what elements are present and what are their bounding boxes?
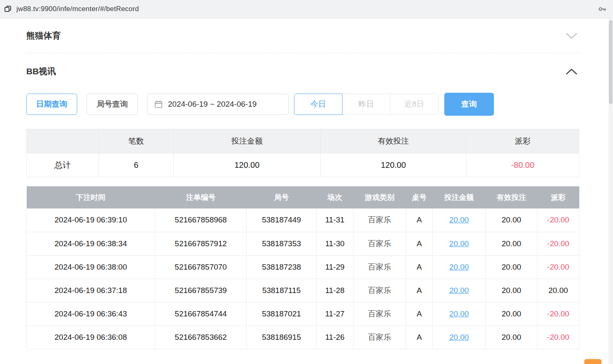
header-bet-time: 下注时间 bbox=[27, 186, 155, 208]
date-range-input[interactable]: 2024-06-19 ~ 2024-06-19 bbox=[147, 94, 289, 115]
bet-time: 2024-06-19 06:38:00 bbox=[27, 255, 155, 279]
round-id: 538187021 bbox=[247, 302, 317, 325]
order-id: 521667854744 bbox=[155, 302, 247, 325]
panda-sports-header[interactable]: 熊猫体育 bbox=[26, 18, 579, 53]
summary-valid-bet: 120.00 bbox=[321, 153, 466, 177]
date-range-value: 2024-06-19 ~ 2024-06-19 bbox=[168, 100, 257, 109]
bet-amount-link[interactable]: 20.00 bbox=[449, 215, 469, 224]
key-icon[interactable] bbox=[597, 4, 607, 14]
payout-cell: 20.00 bbox=[537, 279, 579, 302]
order-id: 521667857070 bbox=[155, 255, 247, 279]
game-type: 百家乐 bbox=[354, 255, 406, 279]
bb-video-title: BB视讯 bbox=[26, 66, 56, 77]
floating-button[interactable] bbox=[584, 359, 602, 364]
round-id: 538187449 bbox=[247, 208, 317, 232]
today-button[interactable]: 今日 bbox=[294, 94, 342, 115]
table-row: 2024-06-19 06:39:10 521667858968 5381874… bbox=[27, 208, 579, 232]
table-row: 2024-06-19 06:38:34 521667857912 5381873… bbox=[27, 232, 579, 255]
order-id: 521667855739 bbox=[155, 279, 247, 302]
yesterday-button[interactable]: 昨日 bbox=[342, 94, 390, 115]
valid-bet: 20.00 bbox=[486, 232, 537, 255]
bet-record-page: 熊猫体育 BB视讯 日期查询 局号查询 bbox=[0, 18, 613, 349]
bet-amount-link[interactable]: 20.00 bbox=[449, 286, 469, 295]
site-icon[interactable] bbox=[3, 5, 12, 14]
address-bar-url[interactable]: jw88.tv:9900/infe/mcenter/#/betRecord bbox=[16, 5, 139, 13]
summary-header-row: 笔数 投注金额 有效投注 派彩 bbox=[27, 129, 579, 153]
bet-amount-link[interactable]: 20.00 bbox=[449, 263, 469, 271]
calendar-icon bbox=[154, 100, 163, 109]
valid-bet: 20.00 bbox=[486, 279, 537, 302]
header-payout: 派彩 bbox=[537, 186, 579, 208]
game-type: 百家乐 bbox=[354, 325, 406, 349]
table-row: 2024-06-19 06:38:00 521667857070 5381872… bbox=[27, 255, 579, 279]
session: 11-30 bbox=[317, 232, 354, 255]
summary-header-bet-amount: 投注金额 bbox=[174, 129, 321, 153]
order-id: 521667857912 bbox=[155, 232, 247, 255]
scrollbar-thumb[interactable] bbox=[609, 20, 613, 104]
bet-time: 2024-06-19 06:39:10 bbox=[27, 208, 155, 232]
payout-cell: -20.00 bbox=[537, 325, 579, 349]
search-button[interactable]: 查询 bbox=[444, 93, 494, 116]
header-valid-bet: 有效投注 bbox=[486, 186, 537, 208]
section-panda-sports: 熊猫体育 bbox=[26, 18, 579, 53]
bet-table-header-row: 下注时间 注单编号 局号 场次 游戏类别 桌号 投注金额 有效投注 派彩 bbox=[27, 186, 579, 208]
round-query-tab[interactable]: 局号查询 bbox=[87, 94, 138, 115]
table-no: A bbox=[406, 232, 433, 255]
game-type: 百家乐 bbox=[354, 279, 406, 302]
summary-header-count: 笔数 bbox=[99, 129, 174, 153]
round-id: 538187115 bbox=[247, 279, 317, 302]
chevron-up-icon[interactable] bbox=[564, 66, 579, 77]
table-no: A bbox=[406, 325, 433, 349]
payout-cell: -20.00 bbox=[537, 208, 579, 232]
section-bb-video: BB视讯 日期查询 局号查询 2024-06-19 ~ 2024-06-19 bbox=[26, 53, 579, 349]
header-bet-amount: 投注金额 bbox=[433, 186, 486, 208]
game-type: 百家乐 bbox=[354, 302, 406, 325]
panda-sports-title: 熊猫体育 bbox=[26, 30, 61, 41]
table-row: 2024-06-19 06:36:08 521667853662 5381869… bbox=[27, 325, 579, 349]
header-table-no: 桌号 bbox=[406, 186, 433, 208]
table-row: 2024-06-19 06:36:43 521667854744 5381870… bbox=[27, 302, 579, 325]
summary-table: 笔数 投注金额 有效投注 派彩 总计 6 120.00 120.00 -80.0… bbox=[26, 129, 579, 177]
scrollbar-track[interactable] bbox=[608, 18, 613, 364]
table-no: A bbox=[406, 255, 433, 279]
last-8-days-button[interactable]: 近8日 bbox=[390, 94, 439, 115]
game-type: 百家乐 bbox=[354, 208, 406, 232]
chevron-down-icon[interactable] bbox=[564, 31, 579, 41]
session: 11-31 bbox=[317, 208, 354, 232]
bet-amount-link[interactable]: 20.00 bbox=[449, 239, 469, 248]
summary-total-row: 总计 6 120.00 120.00 -80.00 bbox=[27, 153, 579, 177]
bet-time: 2024-06-19 06:37:18 bbox=[27, 279, 155, 302]
bet-time: 2024-06-19 06:36:08 bbox=[27, 325, 155, 349]
header-game-type: 游戏类别 bbox=[354, 186, 406, 208]
order-id: 521667853662 bbox=[155, 325, 247, 349]
valid-bet: 20.00 bbox=[486, 325, 537, 349]
valid-bet: 20.00 bbox=[486, 208, 537, 232]
session: 11-29 bbox=[317, 255, 354, 279]
bb-video-header[interactable]: BB视讯 bbox=[26, 53, 579, 89]
header-session: 场次 bbox=[317, 186, 354, 208]
payout-cell: -20.00 bbox=[537, 302, 579, 325]
summary-payout: -80.00 bbox=[466, 153, 579, 177]
bet-time: 2024-06-19 06:36:43 bbox=[27, 302, 155, 325]
summary-count: 6 bbox=[99, 153, 174, 177]
session: 11-28 bbox=[317, 279, 354, 302]
session: 11-26 bbox=[317, 325, 354, 349]
summary-bet-amount: 120.00 bbox=[174, 153, 321, 177]
quick-range-group: 今日 昨日 近8日 bbox=[294, 94, 439, 115]
round-id: 538187238 bbox=[247, 255, 317, 279]
payout-cell: -20.00 bbox=[537, 232, 579, 255]
date-query-tab[interactable]: 日期查询 bbox=[26, 94, 77, 115]
bet-amount-link[interactable]: 20.00 bbox=[449, 333, 469, 341]
header-round-id: 局号 bbox=[247, 186, 317, 208]
table-no: A bbox=[406, 302, 433, 325]
round-id: 538187353 bbox=[247, 232, 317, 255]
bet-time: 2024-06-19 06:38:34 bbox=[27, 232, 155, 255]
bet-amount-link[interactable]: 20.00 bbox=[449, 309, 469, 318]
session: 11-27 bbox=[317, 302, 354, 325]
table-no: A bbox=[406, 279, 433, 302]
browser-address-bar[interactable]: jw88.tv:9900/infe/mcenter/#/betRecord bbox=[0, 0, 613, 18]
filter-bar: 日期查询 局号查询 2024-06-19 ~ 2024-06-19 今日 昨日 … bbox=[26, 93, 579, 116]
valid-bet: 20.00 bbox=[486, 255, 537, 279]
payout-cell: -20.00 bbox=[537, 255, 579, 279]
table-no: A bbox=[406, 208, 433, 232]
